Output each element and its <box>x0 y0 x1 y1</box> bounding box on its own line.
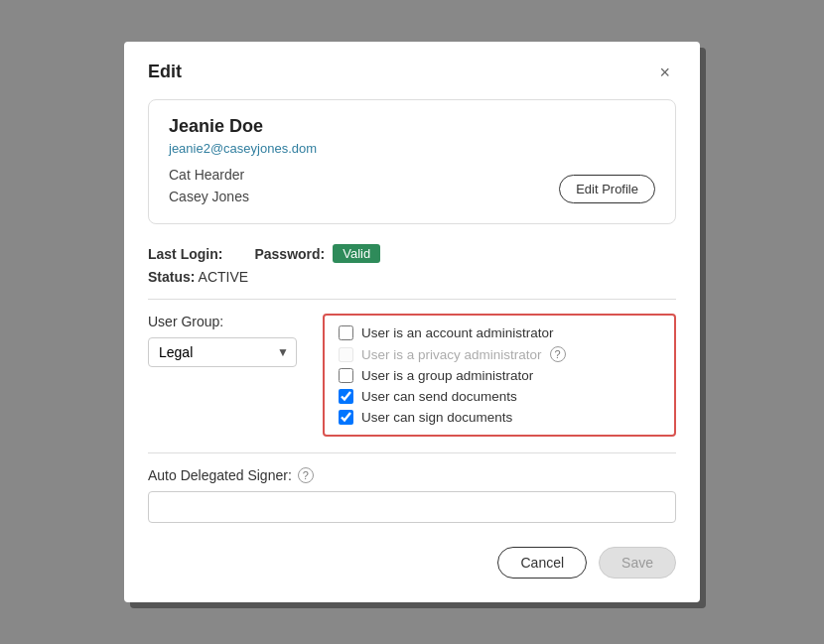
perm-item-account-admin: User is an account administrator <box>339 325 660 340</box>
permissions-box: User is an account administrator User is… <box>323 314 676 437</box>
ads-label-row: Auto Delegated Signer: ? <box>148 467 676 483</box>
user-group-section: User Group: Legal Admin Finance HR IT ▼ <box>148 314 307 367</box>
perm-checkbox-group-admin[interactable] <box>339 368 353 383</box>
info-row-login-password: Last Login: Password: Valid <box>148 244 676 263</box>
perm-checkbox-send-docs[interactable] <box>339 389 353 404</box>
divider-2 <box>148 452 676 453</box>
perm-checkbox-account-admin[interactable] <box>339 325 353 340</box>
modal-footer: Cancel Save <box>148 547 676 579</box>
perm-checkbox-sign-docs[interactable] <box>339 410 353 425</box>
user-email: jeanie2@caseyjones.dom <box>169 141 655 156</box>
password-label: Password: <box>254 246 325 262</box>
user-group-label: User Group: <box>148 314 307 329</box>
password-section: Password: Valid <box>254 244 380 263</box>
group-permissions-row: User Group: Legal Admin Finance HR IT ▼ … <box>148 314 676 437</box>
status-label: Status: <box>148 269 195 285</box>
last-login-label: Last Login: <box>148 246 222 262</box>
perm-item-privacy-admin: User is a privacy administrator ? <box>339 346 660 362</box>
perm-label-group-admin: User is a group administrator <box>361 368 533 383</box>
password-status-badge: Valid <box>333 244 380 263</box>
perm-checkbox-privacy-admin <box>339 347 353 362</box>
user-group-select-wrap: Legal Admin Finance HR IT ▼ <box>148 337 297 367</box>
perm-label-privacy-admin: User is a privacy administrator <box>361 347 542 362</box>
cancel-button[interactable]: Cancel <box>497 547 587 579</box>
edit-modal: Edit × Jeanie Doe jeanie2@caseyjones.dom… <box>124 42 700 603</box>
perm-label-sign-docs: User can sign documents <box>361 410 512 425</box>
status-value: ACTIVE <box>199 269 249 285</box>
user-group-select[interactable]: Legal Admin Finance HR IT <box>148 337 297 367</box>
perm-item-send-docs: User can send documents <box>339 389 660 404</box>
modal-title: Edit <box>148 62 182 82</box>
privacy-admin-help-icon[interactable]: ? <box>550 346 566 362</box>
close-button[interactable]: × <box>653 62 676 83</box>
status-row: Status: ACTIVE <box>148 269 676 285</box>
perm-item-sign-docs: User can sign documents <box>339 410 660 425</box>
divider <box>148 299 676 300</box>
ads-help-icon[interactable]: ? <box>298 467 314 483</box>
perm-item-group-admin: User is a group administrator <box>339 368 660 383</box>
modal-header: Edit × <box>148 62 676 83</box>
auto-delegated-signer-section: Auto Delegated Signer: ? <box>148 467 676 523</box>
ads-input[interactable] <box>148 491 676 523</box>
save-button[interactable]: Save <box>599 547 676 579</box>
perm-label-send-docs: User can send documents <box>361 389 517 404</box>
ads-label-text: Auto Delegated Signer: <box>148 467 292 483</box>
perm-label-account-admin: User is an account administrator <box>361 325 554 340</box>
user-card: Jeanie Doe jeanie2@caseyjones.dom Cat He… <box>148 99 676 225</box>
edit-profile-button[interactable]: Edit Profile <box>559 175 655 203</box>
last-login-section: Last Login: <box>148 246 222 262</box>
user-name: Jeanie Doe <box>169 116 655 137</box>
